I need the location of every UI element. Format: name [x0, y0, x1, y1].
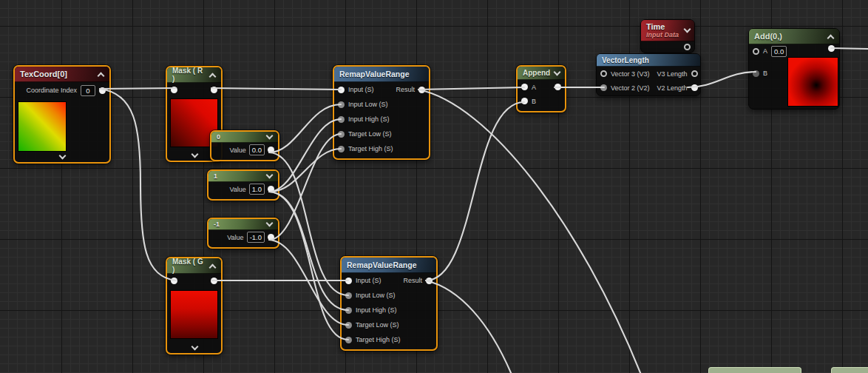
- remap-top-input-pin[interactable]: [338, 87, 345, 93]
- add-b-pin[interactable]: [753, 70, 759, 77]
- expand-chevron-icon[interactable]: [191, 344, 198, 352]
- coordinate-index-value[interactable]: 0: [81, 85, 95, 96]
- value-label: Value: [229, 186, 245, 193]
- wire-maskr-to-remaptop-input: [211, 88, 341, 90]
- node-constant-1-header[interactable]: 1: [208, 171, 278, 182]
- remap-bottom-inputlow-pin[interactable]: [345, 292, 352, 299]
- node-remapvaluerange-bottom-header[interactable]: RemapValueRange: [342, 258, 436, 273]
- node-texcoord-header[interactable]: TexCoord[0]: [15, 67, 109, 82]
- collapse-chevron-icon[interactable]: [97, 70, 104, 78]
- mask-r-output-pin[interactable]: [211, 87, 217, 93]
- node-vectorlength-title: VectorLength: [602, 56, 649, 64]
- constant-1-output-pin[interactable]: [268, 186, 274, 192]
- material-graph-canvas[interactable]: TexCoord[0] Coordinate Index 0 Mask ( R …: [0, 0, 868, 373]
- vectorlength-v3-output-label: V3 Length: [657, 70, 688, 78]
- node-constant-0[interactable]: 0 Value 0.0: [210, 130, 279, 161]
- node-remapvaluerange-top-header[interactable]: RemapValueRange: [334, 67, 429, 82]
- node-constant-neg1-header[interactable]: -1: [208, 219, 278, 230]
- remap-bottom-inputhigh-pin[interactable]: [345, 307, 352, 314]
- node-mask-g[interactable]: Mask ( G ): [166, 257, 223, 354]
- node-vectorlength[interactable]: VectorLength Vector 3 (V3) V3 Length Vec…: [596, 53, 701, 96]
- node-vectorlength-header[interactable]: VectorLength: [597, 54, 700, 67]
- wire-const1-to-remapbottom-inputhigh: [269, 192, 348, 310]
- constant-1-value[interactable]: 1.0: [249, 184, 265, 195]
- append-output-pin[interactable]: [555, 84, 561, 90]
- texcoord-preview: [18, 101, 67, 152]
- append-a-label: A: [532, 84, 536, 91]
- wire-constneg1-to-remapbottom-targetlow: [269, 240, 348, 325]
- remap-bottom-result-pin[interactable]: [426, 278, 433, 284]
- node-add-header[interactable]: Add(0,): [749, 29, 839, 44]
- add-preview: [787, 57, 838, 107]
- node-append-header[interactable]: Append: [518, 67, 565, 80]
- wire-texcoord-to-maskr-input: [100, 88, 176, 89]
- remap-bottom-targethigh-pin[interactable]: [345, 337, 352, 343]
- mask-r-input-pin[interactable]: [171, 87, 177, 93]
- node-add[interactable]: Add(0,) A 0.0 B: [748, 28, 840, 110]
- remap-bottom-inputhigh-label: Input High (S): [356, 306, 397, 314]
- node-mask-r-title: Mask ( R ): [172, 67, 206, 83]
- remap-bottom-targetlow-label: Target Low (S): [356, 321, 399, 329]
- node-remapvaluerange-top[interactable]: RemapValueRange Input (S) Result Input L…: [333, 65, 430, 160]
- time-output-pin[interactable]: [684, 44, 691, 50]
- add-a-pin[interactable]: [753, 48, 759, 55]
- remap-bottom-targetlow-pin[interactable]: [345, 322, 352, 329]
- node-remapvaluerange-bottom[interactable]: RemapValueRange Input (S) Result Input L…: [340, 256, 438, 351]
- expand-chevron-icon[interactable]: [191, 152, 198, 159]
- remap-top-result-pin[interactable]: [418, 87, 425, 93]
- remap-top-inputlow-pin[interactable]: [338, 101, 345, 108]
- node-mask-r-header[interactable]: Mask ( R ): [167, 67, 221, 83]
- offscreen-node-top-edge[interactable]: [708, 367, 801, 373]
- constant-0-value[interactable]: 0.0: [249, 144, 265, 155]
- node-time-header[interactable]: Time Input Data: [641, 20, 694, 41]
- node-constant-1[interactable]: 1 Value 1.0: [207, 169, 279, 201]
- wire-texcoord-to-maskg-input: [100, 89, 176, 280]
- vectorlength-v2-input-pin[interactable]: [600, 84, 607, 91]
- add-a-label: A: [763, 47, 767, 55]
- append-b-label: B: [532, 98, 536, 105]
- node-constant-neg1[interactable]: -1 Value -1.0: [207, 218, 279, 249]
- texcoord-output-pin[interactable]: [99, 87, 106, 94]
- remap-top-targetlow-pin[interactable]: [338, 131, 345, 138]
- collapse-chevron-icon[interactable]: [265, 133, 273, 141]
- node-constant-1-title: 1: [214, 172, 217, 180]
- collapse-chevron-icon[interactable]: [208, 71, 216, 78]
- vectorlength-v3-input-pin[interactable]: [600, 70, 607, 77]
- value-label: Value: [229, 147, 245, 154]
- node-time[interactable]: Time Input Data: [640, 19, 695, 53]
- mask-g-input-pin[interactable]: [171, 278, 177, 284]
- mask-g-output-pin[interactable]: [211, 278, 217, 284]
- vectorlength-v2length-pin[interactable]: [691, 84, 698, 91]
- wire-remaptop-result-offscreen-down: [418, 90, 641, 373]
- node-constant-neg1-title: -1: [214, 221, 220, 228]
- wire-const0-to-remapbottom-inputlow: [269, 152, 348, 295]
- vectorlength-v3-input-label: Vector 3 (V3): [611, 70, 650, 78]
- append-b-pin[interactable]: [521, 98, 528, 104]
- collapse-chevron-icon[interactable]: [683, 27, 691, 34]
- collapse-chevron-icon[interactable]: [553, 70, 560, 77]
- remap-bottom-result-label: Result: [403, 277, 422, 284]
- collapse-chevron-icon[interactable]: [827, 33, 834, 40]
- constant-neg1-output-pin[interactable]: [268, 234, 274, 241]
- collapse-chevron-icon[interactable]: [265, 172, 273, 180]
- node-mask-g-header[interactable]: Mask ( G ): [167, 258, 221, 274]
- collapse-chevron-icon[interactable]: [265, 221, 273, 228]
- offscreen-node-top-edge[interactable]: [831, 367, 868, 373]
- remap-top-inputhigh-pin[interactable]: [338, 116, 345, 123]
- node-texcoord[interactable]: TexCoord[0] Coordinate Index 0: [13, 65, 111, 164]
- remap-bottom-input-pin[interactable]: [345, 278, 352, 284]
- value-label: Value: [227, 234, 243, 241]
- node-constant-0-header[interactable]: 0: [211, 132, 278, 143]
- constant-neg1-value[interactable]: -1.0: [247, 232, 265, 243]
- add-a-value[interactable]: 0.0: [771, 46, 787, 57]
- vectorlength-v3length-pin[interactable]: [691, 70, 698, 77]
- collapse-chevron-icon[interactable]: [208, 262, 216, 269]
- add-b-label: B: [763, 70, 767, 77]
- remap-top-targethigh-pin[interactable]: [338, 146, 345, 152]
- add-output-pin[interactable]: [828, 45, 835, 52]
- append-a-pin[interactable]: [521, 84, 528, 90]
- expand-chevron-icon[interactable]: [58, 153, 66, 161]
- node-remapvaluerange-top-title: RemapValueRange: [339, 70, 410, 78]
- constant-0-output-pin[interactable]: [268, 147, 274, 153]
- node-append[interactable]: Append A B: [516, 65, 566, 112]
